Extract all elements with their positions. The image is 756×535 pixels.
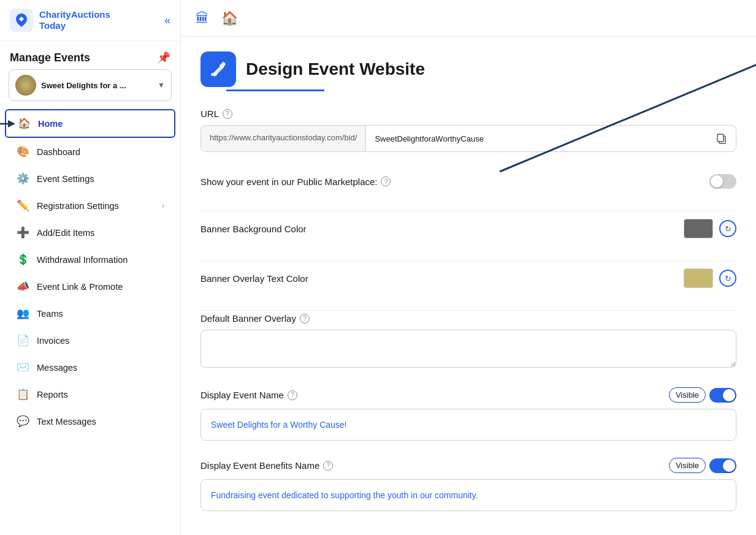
marketplace-help-icon[interactable]: ?: [381, 176, 391, 186]
sidebar-item-text-messages-label: Text Messages: [37, 417, 96, 427]
default-overlay-help-icon[interactable]: ?: [300, 314, 310, 324]
marketplace-toggle-row: Show your event in our Public Marketplac…: [200, 169, 736, 194]
benefits-visible-badge: Visible: [669, 458, 706, 473]
event-link-icon: 📣: [16, 280, 29, 293]
sidebar-item-registration-settings[interactable]: ✏️ Registration Settings ›: [5, 192, 175, 219]
sidebar-item-withdrawal-label: Withdrawal Information: [37, 255, 128, 265]
logo-text: CharityAuctionsToday: [39, 9, 110, 31]
sidebar-item-event-settings-label: Event Settings: [37, 174, 94, 184]
page-icon: [200, 51, 236, 87]
url-input[interactable]: [366, 126, 708, 151]
sidebar-collapse-button[interactable]: «: [164, 14, 170, 27]
sidebar-nav: 🏠 Home 🎨 Dashboard ⚙️ Event Settings ✏️ …: [0, 108, 180, 435]
banner-bg-section: Banner Background Color ↻: [200, 214, 736, 243]
sidebar-item-withdrawal[interactable]: 💲 Withdrawal Information: [5, 246, 175, 273]
messages-icon: ✉️: [16, 361, 29, 374]
sidebar-item-reports[interactable]: 📋 Reports: [5, 381, 175, 408]
toggle-thumb-3: [723, 460, 735, 472]
display-event-name-toggle[interactable]: [709, 388, 736, 403]
url-help-icon[interactable]: ?: [223, 109, 232, 119]
gavel-icon: [208, 59, 228, 79]
display-event-name-label: Display Event Name ?: [200, 390, 297, 400]
sidebar-item-teams[interactable]: 👥 Teams: [5, 300, 175, 327]
reports-icon: 📋: [16, 388, 29, 401]
sidebar-item-reports-label: Reports: [37, 390, 68, 400]
svg-rect-8: [717, 134, 724, 142]
form-body: URL ? https://www.charityauctionstoday.c…: [181, 91, 756, 535]
home-topbar-icon[interactable]: 🏠: [221, 10, 238, 26]
url-copy-button[interactable]: [708, 126, 736, 151]
sidebar-item-event-link[interactable]: 📣 Event Link & Promote: [5, 273, 175, 300]
add-edit-icon: ➕: [16, 226, 29, 239]
url-section: URL ? https://www.charityauctionstoday.c…: [200, 108, 736, 152]
main-content: 🏛 🏠 Design Event Website: [181, 0, 756, 535]
banner-overlay-row: Banner Overlay Text Color ↻: [200, 264, 736, 293]
banner-overlay-refresh-button[interactable]: ↻: [719, 270, 736, 287]
sidebar-item-text-messages[interactable]: 💬 Text Messages: [5, 408, 175, 434]
manage-events-section: Manage Events 📌: [0, 41, 180, 69]
display-benefits-help-icon[interactable]: ?: [323, 461, 333, 471]
sidebar-item-dashboard-label: Dashboard: [37, 147, 80, 157]
chevron-right-icon: ›: [162, 202, 164, 210]
svg-rect-6: [211, 73, 217, 76]
marketplace-label: Show your event in our Public Marketplac…: [200, 176, 391, 187]
invoices-icon: 📄: [16, 334, 29, 347]
copy-icon: [716, 133, 727, 144]
banner-overlay-swatch[interactable]: [684, 268, 713, 288]
url-label: URL ?: [200, 108, 736, 119]
sidebar-item-home-label: Home: [38, 119, 63, 129]
sidebar-item-home[interactable]: 🏠 Home: [5, 109, 175, 138]
dropdown-arrow-icon: ▼: [158, 81, 165, 89]
marketplace-toggle[interactable]: [709, 174, 736, 189]
display-benefits-toggle[interactable]: [709, 458, 736, 473]
marketplace-section: Show your event in our Public Marketplac…: [200, 169, 736, 194]
banner-bg-swatch[interactable]: [684, 219, 713, 238]
registration-settings-icon: ✏️: [16, 199, 29, 212]
divider-3: [200, 310, 736, 311]
sidebar-item-invoices-label: Invoices: [37, 336, 69, 346]
event-name-label: Sweet Delights for a ...: [41, 81, 153, 90]
sidebar-item-event-link-label: Event Link & Promote: [37, 282, 123, 292]
sidebar-item-messages[interactable]: ✉️ Messages: [5, 354, 175, 381]
display-benefits-visible-toggle: Visible: [669, 458, 736, 473]
sidebar-item-event-settings[interactable]: ⚙️ Event Settings: [5, 165, 175, 192]
sidebar-item-add-edit-label: Add/Edit Items: [37, 228, 94, 238]
display-event-name-visible-toggle: Visible: [669, 387, 736, 403]
sidebar-header: CharityAuctionsToday «: [0, 0, 180, 41]
banner-bg-row: Banner Background Color ↻: [200, 214, 736, 243]
visible-badge: Visible: [669, 387, 706, 403]
sidebar-item-teams-label: Teams: [37, 309, 63, 319]
default-overlay-label: Default Banner Overlay ?: [200, 313, 736, 324]
svg-marker-2: [8, 120, 15, 127]
page-title: Design Event Website: [246, 59, 425, 79]
display-benefits-label: Display Event Benefits Name ?: [200, 460, 333, 471]
manage-events-title: Manage Events: [10, 51, 90, 64]
banner-bg-label: Banner Background Color: [200, 224, 307, 234]
event-settings-icon: ⚙️: [16, 172, 29, 185]
display-benefits-input[interactable]: [200, 479, 736, 511]
default-overlay-input[interactable]: [200, 330, 736, 368]
display-benefits-section: Display Event Benefits Name ? Visible: [200, 458, 736, 511]
divider-1: [200, 211, 736, 211]
pin-icon: 📌: [157, 51, 170, 64]
logo-icon: [10, 9, 33, 32]
text-messages-icon: 💬: [16, 415, 29, 428]
sidebar-item-dashboard[interactable]: 🎨 Dashboard: [5, 138, 175, 165]
content-area: Design Event Website URL ? https://www.c…: [181, 37, 756, 535]
sidebar: CharityAuctionsToday « Manage Events 📌 S…: [0, 0, 181, 535]
page-header: Design Event Website: [181, 37, 756, 87]
sidebar-item-invoices[interactable]: 📄 Invoices: [5, 327, 175, 354]
toggle-thumb-2: [723, 389, 735, 401]
bank-icon[interactable]: 🏛: [196, 10, 209, 26]
event-selector[interactable]: Sweet Delights for a ... ▼: [9, 69, 172, 101]
sidebar-item-add-edit-items[interactable]: ➕ Add/Edit Items: [5, 219, 175, 246]
display-event-name-input[interactable]: [200, 409, 736, 441]
home-arrow-annotation: [0, 115, 15, 133]
display-event-name-section: Display Event Name ? Visible: [200, 387, 736, 441]
teams-icon: 👥: [16, 307, 29, 320]
sidebar-item-messages-label: Messages: [37, 363, 77, 373]
display-event-name-help-icon[interactable]: ?: [288, 390, 297, 400]
banner-bg-refresh-button[interactable]: ↻: [719, 220, 736, 237]
default-overlay-section: Default Banner Overlay ?: [200, 313, 736, 370]
url-prefix: https://www.charityauctionstoday.com/bid…: [201, 126, 366, 151]
